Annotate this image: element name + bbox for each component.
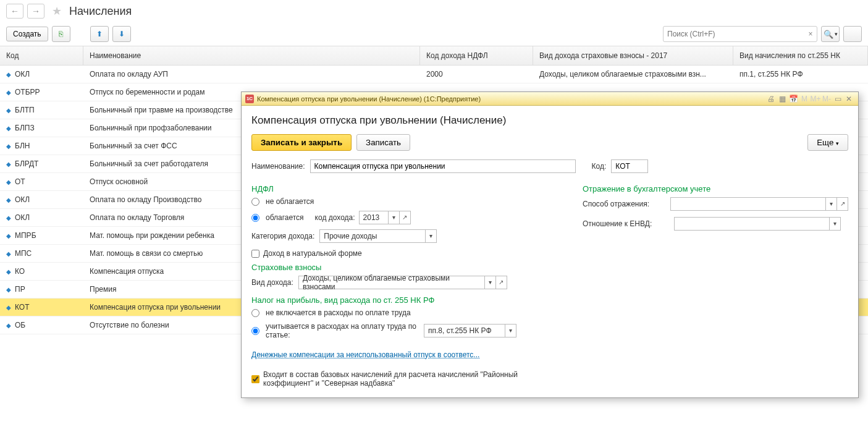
row-marker-icon: ◆ xyxy=(6,232,11,239)
income-category-label: Категория дохода: xyxy=(251,232,314,240)
m-plus-icon[interactable]: M+ xyxy=(810,95,821,103)
create-button[interactable]: Создать xyxy=(6,27,48,41)
description-link[interactable]: Денежные компенсации за неиспользованный… xyxy=(251,350,479,359)
more-button[interactable]: Еще ▾ xyxy=(807,134,848,151)
income-category-select[interactable]: Прочие доходы ▾ xyxy=(319,229,437,243)
minimize-icon[interactable]: ▭ xyxy=(832,95,843,103)
natural-form-checkbox[interactable] xyxy=(251,250,259,258)
col-ndfl[interactable]: Код дохода НДФЛ xyxy=(420,46,533,65)
row-marker-icon: ◆ xyxy=(6,125,11,132)
chevron-down-icon[interactable]: ▾ xyxy=(829,218,840,230)
insurance-section-title: Страховые взносы xyxy=(251,263,558,272)
favorite-star-icon[interactable]: ★ xyxy=(52,4,62,18)
row-marker-icon: ◆ xyxy=(6,304,11,311)
row-marker-icon: ◆ xyxy=(6,89,11,96)
income-code-label: код дохода: xyxy=(315,213,355,222)
move-up-button[interactable]: ⬆ xyxy=(90,26,109,42)
profit-section-title: Налог на прибыль, вид расхода по ст. 255… xyxy=(251,295,558,305)
accrual-edit-dialog: 1C Компенсация отпуска при увольнении (Н… xyxy=(241,91,859,398)
chevron-down-icon[interactable]: ▾ xyxy=(425,230,436,242)
open-reference-icon[interactable]: ↗ xyxy=(836,198,848,210)
included-label: учитывается в расходах на оплату труда п… xyxy=(266,322,420,339)
not-included-radio[interactable] xyxy=(251,309,259,317)
save-and-close-button[interactable]: Записать и закрыть xyxy=(251,134,352,151)
m-icon[interactable]: M xyxy=(799,95,810,103)
name-input[interactable] xyxy=(310,159,576,173)
not-included-label: не включается в расходы по оплате труда xyxy=(266,308,411,317)
nav-back-button[interactable]: ← xyxy=(6,4,23,19)
row-marker-icon: ◆ xyxy=(6,161,11,168)
table-row[interactable]: ◆ОКЛОплата по окладу АУП2000Доходы, цели… xyxy=(0,66,868,83)
m-minus-icon[interactable]: M- xyxy=(821,95,832,103)
envd-relation-label: Отношение к ЕНВД: xyxy=(583,219,669,228)
search-input[interactable] xyxy=(664,30,804,38)
search-clear-icon[interactable]: × xyxy=(804,30,817,38)
row-marker-icon: ◆ xyxy=(6,197,11,203)
row-marker-icon: ◆ xyxy=(6,179,11,185)
calendar-icon[interactable]: 📅 xyxy=(788,95,799,103)
row-marker-icon: ◆ xyxy=(6,322,11,329)
col-name[interactable]: Наименование xyxy=(83,46,420,65)
row-marker-icon: ◆ xyxy=(6,286,11,293)
reflection-method-select[interactable]: ▾ ↗ xyxy=(670,197,848,211)
ndfl-taxed-radio[interactable] xyxy=(251,214,259,222)
row-marker-icon: ◆ xyxy=(6,214,11,221)
income-type-label: Вид дохода: xyxy=(251,278,293,287)
chevron-down-icon[interactable]: ▾ xyxy=(505,325,516,337)
save-button[interactable]: Записать xyxy=(356,134,410,151)
ndfl-section-title: НДФЛ xyxy=(251,184,558,193)
article-select[interactable]: пп.8, ст.255 НК РФ ▾ xyxy=(424,324,516,337)
code-label: Код: xyxy=(592,162,607,171)
row-marker-icon: ◆ xyxy=(6,250,11,257)
app-logo-icon: 1C xyxy=(245,95,254,103)
col-255[interactable]: Вид начисления по ст.255 НК xyxy=(733,46,868,65)
open-reference-icon[interactable]: ↗ xyxy=(399,211,410,224)
included-radio[interactable] xyxy=(251,327,259,335)
col-code[interactable]: Код xyxy=(0,46,83,65)
envd-relation-select[interactable]: ▾ xyxy=(674,217,841,231)
page-title: Начисления xyxy=(69,5,132,18)
row-marker-icon: ◆ xyxy=(6,107,11,114)
dialog-window-title: Компенсация отпуска при увольнении (Начи… xyxy=(257,95,481,103)
calc-icon[interactable]: ▦ xyxy=(777,95,788,103)
close-icon[interactable]: ✕ xyxy=(843,95,854,103)
print-icon[interactable]: 🖨 xyxy=(765,95,777,103)
ndfl-not-taxed-label: не облагается xyxy=(266,197,314,206)
reflection-method-label: Способ отражения: xyxy=(583,200,665,208)
accounting-section-title: Отражение в бухгалтерском учете xyxy=(583,184,848,193)
col-insurance[interactable]: Вид дохода страховые взносы - 2017 xyxy=(533,46,733,65)
search-input-wrapper: × xyxy=(663,26,817,42)
income-type-select[interactable]: Доходы, целиком облагаемые страховыми вз… xyxy=(298,276,507,289)
row-marker-icon: ◆ xyxy=(6,71,11,78)
income-code-select[interactable]: 2013 ▾ ↗ xyxy=(359,211,411,224)
search-button[interactable]: 🔍▾ xyxy=(821,26,840,42)
natural-form-label: Доход в натуральной форме xyxy=(263,249,362,258)
code-input[interactable] xyxy=(611,159,648,173)
copy-button[interactable]: ⎘ xyxy=(52,26,70,42)
dialog-header: Компенсация отпуска при увольнении (Начи… xyxy=(251,114,848,127)
chevron-down-icon[interactable]: ▾ xyxy=(388,211,399,224)
chevron-down-icon[interactable]: ▾ xyxy=(484,276,495,289)
ndfl-taxed-label: облагается xyxy=(266,213,304,222)
row-marker-icon: ◆ xyxy=(6,143,11,150)
move-down-button[interactable]: ⬇ xyxy=(112,26,131,42)
row-marker-icon: ◆ xyxy=(6,268,11,275)
chevron-down-icon[interactable]: ▾ xyxy=(825,198,836,210)
base-accrual-label: Входит в состав базовых начислений для р… xyxy=(263,370,558,388)
ndfl-not-taxed-radio[interactable] xyxy=(251,198,259,206)
extra-button[interactable] xyxy=(843,26,862,42)
nav-forward-button[interactable]: → xyxy=(27,4,44,19)
base-accrual-checkbox[interactable] xyxy=(251,375,259,383)
open-reference-icon[interactable]: ↗ xyxy=(495,276,507,289)
name-label: Наименование: xyxy=(251,162,305,171)
